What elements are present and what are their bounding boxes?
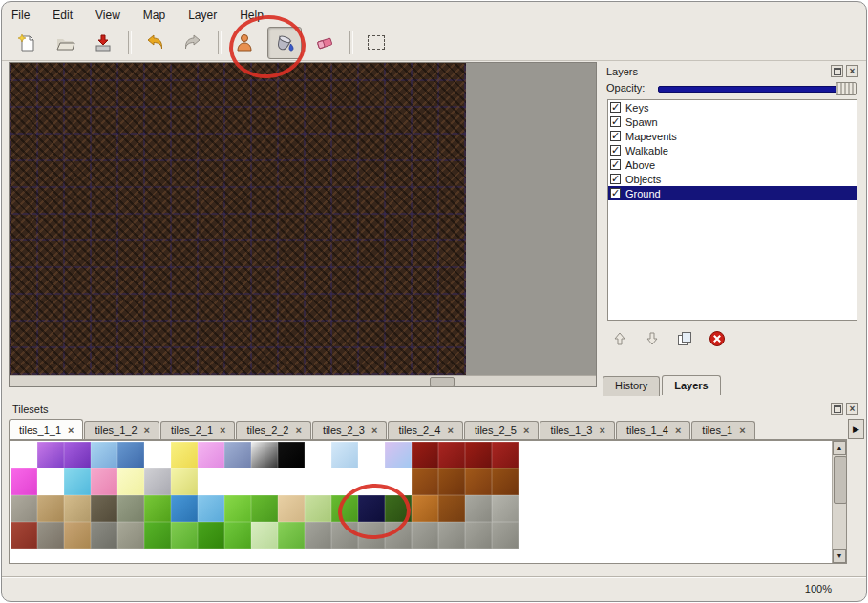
tile[interactable]: [251, 495, 278, 522]
tile[interactable]: [224, 468, 251, 495]
layer-row-objects[interactable]: ✓Objects: [608, 172, 857, 186]
lower-layer-button[interactable]: [643, 329, 662, 348]
tile[interactable]: [278, 468, 305, 495]
map-canvas[interactable]: [10, 63, 466, 375]
menu-item-layer[interactable]: Layer: [186, 8, 219, 23]
tile-selected-navy[interactable]: [358, 495, 385, 522]
tile[interactable]: [171, 495, 198, 522]
tile[interactable]: [412, 442, 438, 468]
tile[interactable]: [91, 522, 117, 549]
tile[interactable]: [438, 442, 465, 468]
tileset-tab-close-icon[interactable]: ×: [675, 426, 681, 436]
tileset-tabs-scroll-right-button[interactable]: ▶: [848, 419, 864, 439]
menu-item-edit[interactable]: Edit: [51, 8, 74, 23]
tileset-tab-tiles_1[interactable]: tiles_1×: [691, 421, 754, 439]
select-tool-button[interactable]: [361, 28, 392, 58]
tile[interactable]: [385, 468, 412, 495]
tileset-tab-close-icon[interactable]: ×: [599, 426, 604, 436]
tileset-tab-close-icon[interactable]: ×: [220, 426, 225, 436]
tile[interactable]: [198, 468, 224, 495]
layer-visibility-checkbox[interactable]: ✓: [610, 102, 621, 113]
eraser-tool-button[interactable]: [309, 28, 340, 58]
tile[interactable]: [412, 522, 438, 549]
duplicate-layer-button[interactable]: [675, 329, 694, 348]
menu-item-map[interactable]: Map: [141, 8, 167, 23]
tile[interactable]: [224, 495, 251, 522]
new-map-button[interactable]: [11, 28, 42, 58]
menu-item-view[interactable]: View: [94, 8, 122, 23]
close-panel-icon[interactable]: ×: [846, 403, 858, 415]
layer-visibility-checkbox[interactable]: ✓: [610, 145, 621, 156]
tileset-tab-close-icon[interactable]: ×: [68, 426, 74, 436]
tile[interactable]: [331, 468, 358, 495]
tile[interactable]: [11, 522, 37, 549]
tile[interactable]: [385, 495, 412, 522]
tile[interactable]: [385, 522, 412, 549]
stamp-tool-button[interactable]: [229, 28, 260, 58]
tile[interactable]: [465, 495, 492, 522]
tile[interactable]: [117, 522, 144, 549]
tileset-tab-close-icon[interactable]: ×: [523, 426, 529, 436]
tile[interactable]: [144, 495, 171, 522]
fill-tool-button[interactable]: [267, 27, 302, 59]
tileset-tab-close-icon[interactable]: ×: [296, 426, 302, 436]
float-panel-icon[interactable]: [831, 403, 843, 415]
tile[interactable]: [465, 442, 492, 468]
tile[interactable]: [385, 442, 412, 468]
tile[interactable]: [412, 495, 438, 522]
scroll-down-arrow-icon[interactable]: ▼: [833, 549, 846, 563]
tile[interactable]: [91, 468, 117, 495]
open-button[interactable]: [50, 28, 80, 58]
layer-visibility-checkbox[interactable]: ✓: [610, 188, 621, 198]
tile[interactable]: [37, 495, 64, 522]
tile[interactable]: [492, 468, 519, 495]
redo-button[interactable]: [178, 28, 208, 58]
tileset-tab-tiles_2_5[interactable]: tiles_2_5×: [464, 421, 539, 439]
tileset-tab-tiles_1_2[interactable]: tiles_1_2×: [84, 421, 159, 439]
save-button[interactable]: [88, 28, 118, 58]
tile[interactable]: [438, 522, 465, 549]
tile[interactable]: [117, 468, 144, 495]
tile[interactable]: [305, 468, 331, 495]
tile[interactable]: [64, 468, 91, 495]
tile[interactable]: [144, 468, 171, 495]
tile[interactable]: [438, 495, 465, 522]
tile[interactable]: [171, 522, 198, 549]
layer-row-ground[interactable]: ✓Ground: [608, 186, 857, 200]
map-horizontal-scrollbar[interactable]: [10, 375, 596, 386]
tile[interactable]: [251, 442, 278, 468]
palette-vertical-scrollbar[interactable]: ▲ ▼: [832, 441, 846, 563]
float-panel-icon[interactable]: [831, 65, 843, 77]
tile[interactable]: [91, 442, 117, 468]
layer-visibility-checkbox[interactable]: ✓: [610, 174, 621, 184]
undo-button[interactable]: [139, 28, 170, 58]
tile[interactable]: [224, 442, 251, 468]
menu-item-help[interactable]: Help: [238, 8, 265, 23]
map-horizontal-scrollbar-thumb[interactable]: [430, 377, 455, 387]
palette-scrollbar-thumb[interactable]: [834, 456, 847, 504]
tile[interactable]: [492, 495, 519, 522]
delete-layer-button[interactable]: [708, 329, 727, 348]
opacity-slider[interactable]: [658, 81, 857, 94]
tile[interactable]: [331, 522, 358, 549]
tile[interactable]: [198, 442, 224, 468]
close-panel-icon[interactable]: ×: [846, 65, 858, 77]
tile[interactable]: [492, 522, 519, 549]
tile[interactable]: [171, 468, 198, 495]
tile[interactable]: [251, 522, 278, 549]
layer-row-walkable[interactable]: ✓Walkable: [608, 143, 857, 157]
tile[interactable]: [358, 468, 385, 495]
tile[interactable]: [358, 522, 385, 549]
tile[interactable]: [278, 495, 305, 522]
layer-row-mapevents[interactable]: ✓Mapevents: [608, 129, 857, 143]
layer-row-spawn[interactable]: ✓Spawn: [608, 114, 857, 129]
tile[interactable]: [224, 522, 251, 549]
raise-layer-button[interactable]: [610, 329, 629, 348]
tile[interactable]: [171, 442, 198, 468]
scroll-up-arrow-icon[interactable]: ▲: [833, 441, 846, 455]
tile[interactable]: [331, 442, 358, 468]
tile[interactable]: [465, 522, 492, 549]
tile[interactable]: [412, 468, 438, 495]
tile[interactable]: [144, 522, 171, 549]
tile[interactable]: [37, 522, 64, 549]
